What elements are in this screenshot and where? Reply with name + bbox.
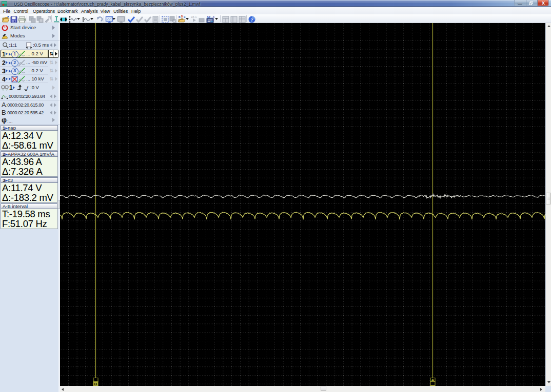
svg-text:A3→C: A3→C bbox=[207, 15, 214, 18]
svg-text:B: B bbox=[179, 15, 181, 18]
svg-text:f: f bbox=[27, 86, 29, 91]
svg-text:D: D bbox=[181, 15, 183, 18]
svg-text:?: ? bbox=[251, 17, 253, 23]
svg-text:EB-C: EB-C bbox=[191, 15, 197, 18]
svg-text:B: B bbox=[94, 382, 97, 386]
